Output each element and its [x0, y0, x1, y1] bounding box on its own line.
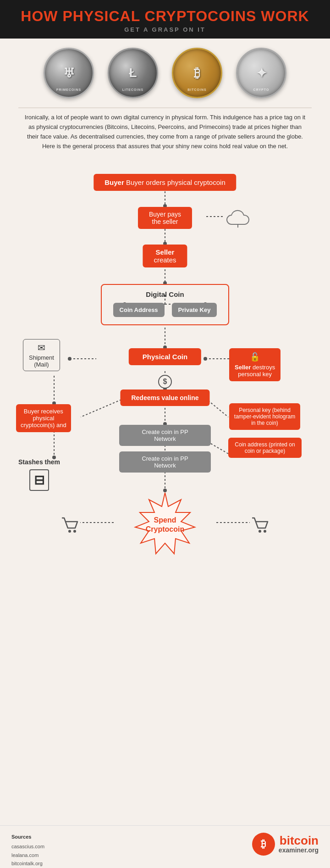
personal-key-label: Personal key (behind tamper-evident holo…: [229, 403, 300, 430]
coin-address-printed-box: Coin address (printed on coin or package…: [228, 438, 302, 458]
buyer-receives-line3: cryptocoin(s) and: [21, 422, 66, 428]
dollar-icon: $: [158, 375, 172, 389]
digital-coin-label: Digital Coin: [109, 290, 221, 298]
create-pp2-label: Create coin in PP Network: [119, 451, 211, 473]
create-pp1-box: Create coin in PP Network: [119, 425, 211, 446]
buyer-label: Buyer: [104, 178, 124, 186]
coin-xpm-label: PRIMECOINS: [56, 88, 81, 91]
coin-btc: ₿ BITCOINS: [172, 48, 222, 98]
flow-diagram: Buyer Buyer orders physical cryptocoin B…: [0, 160, 330, 825]
coin-ltc-symbol: Ł: [129, 66, 137, 80]
seller-label: Seller: [156, 248, 175, 256]
coins-row: ♅ PRIMECOINS Ł LITECOINS ₿ BITCOINS ✦ CR…: [0, 39, 330, 107]
buyer-receives-box: Buyer receives physical cryptocoin(s) an…: [16, 404, 71, 432]
cart-right-icon: [250, 516, 270, 536]
source-2: lealana.com: [11, 852, 38, 858]
header: HOW PHYSICAL CRYPTOCOINS WORK GET A GRAS…: [0, 0, 330, 39]
source-3: bitcointalk.org: [11, 861, 43, 866]
redeems-label: Redeems value online: [120, 389, 209, 406]
coin-ltc-label: LITECOINS: [122, 88, 143, 91]
svg-point-37: [73, 530, 76, 533]
coin-ltc: Ł LITECOINS: [108, 48, 158, 98]
source-1: casascius.com: [11, 844, 44, 849]
svg-point-36: [68, 530, 71, 533]
svg-line-29: [81, 398, 125, 417]
step2-box: Buyer pays the seller: [138, 207, 192, 229]
intro-text: Ironically, a lot of people want to own …: [0, 108, 330, 160]
logo-section: ₿ bitcoin examiner.org: [252, 833, 319, 856]
coin-crypto-symbol: ✦: [256, 66, 267, 81]
buyer-receives-line1: Buyer receives: [21, 408, 66, 415]
coin-crypto: ✦ CRYPTO: [236, 48, 286, 98]
shipment-line2: (Mail): [29, 361, 54, 368]
create-pp2-box: Create coin in PP Network: [119, 451, 211, 473]
step2-line2: the seller: [149, 218, 181, 225]
redeems-box: Redeems value online: [120, 389, 209, 406]
page-title: HOW PHYSICAL CRYPTOCOINS WORK: [9, 8, 321, 24]
coin-crypto-label: CRYPTO: [253, 88, 270, 91]
spend-line1: Spend: [146, 516, 184, 525]
coin-xpm-symbol: ♅: [63, 66, 75, 81]
coin-btc-label: BITCOINS: [187, 88, 206, 91]
bitcoin-logo-icon: ₿: [252, 833, 275, 856]
spend-starburst: Spend Cryptocoin: [131, 490, 199, 559]
personal-key-box: Personal key (behind tamper-evident holo…: [229, 403, 300, 430]
buyer-receives-line2: physical: [21, 415, 66, 422]
physical-coin-label: Physical Coin: [129, 348, 201, 365]
footer: Sources casascius.com lealana.com bitcoi…: [0, 825, 330, 868]
page-subtitle: GET A GRASP ON IT: [9, 26, 321, 33]
spend-line2: Cryptocoin: [146, 525, 184, 534]
coin-btc-symbol: ₿: [194, 66, 200, 81]
step1-box: Buyer Buyer orders physical cryptocoin: [94, 174, 236, 191]
svg-point-24: [68, 357, 72, 361]
stashes-box: Stashes them ⊟: [18, 458, 60, 491]
physical-coin-box: Physical Coin: [129, 348, 201, 365]
stashes-label: Stashes them: [18, 458, 60, 466]
sources-section: Sources casascius.com lealana.com bitcoi…: [11, 833, 53, 868]
seller-destroys-box: 🔓 Seller destroys personal key: [229, 348, 280, 381]
step3-box: Seller creates: [143, 245, 187, 267]
svg-point-38: [258, 530, 261, 533]
digital-coin-box: Digital Coin Coin Address Private Key: [101, 284, 229, 325]
coin-address-box: Coin Address: [113, 303, 165, 317]
shopping-cart-right-svg: [250, 516, 270, 534]
create-pp1-label: Create coin in PP Network: [119, 425, 211, 446]
cart-left-icon: [60, 516, 80, 536]
shipment-line1: Shipment: [29, 354, 54, 361]
logo-examiner: examiner.org: [279, 846, 319, 854]
step2-line1: Buyer pays: [149, 211, 181, 218]
flow-container: Buyer Buyer orders physical cryptocoin B…: [0, 169, 330, 812]
svg-point-39: [264, 530, 266, 533]
coin-address-printed-label: Coin address (printed on coin or package…: [228, 438, 302, 458]
cloud-icon: [226, 207, 251, 229]
svg-point-22: [204, 357, 207, 361]
step1-text: Buyer orders physical cryptocoin: [126, 178, 226, 186]
step3-line2: creates: [154, 256, 176, 264]
shopping-cart-left-svg: [60, 516, 80, 534]
sources-label: Sources: [11, 833, 53, 841]
shipment-box: ✉ Shipment (Mail): [23, 339, 60, 371]
logo-bitcoin-text: bitcoin: [280, 834, 319, 847]
logo-text-block: bitcoin examiner.org: [279, 835, 319, 854]
coin-xpm: ♅ PRIMECOINS: [44, 48, 94, 98]
private-key-box: Private Key: [172, 303, 217, 317]
